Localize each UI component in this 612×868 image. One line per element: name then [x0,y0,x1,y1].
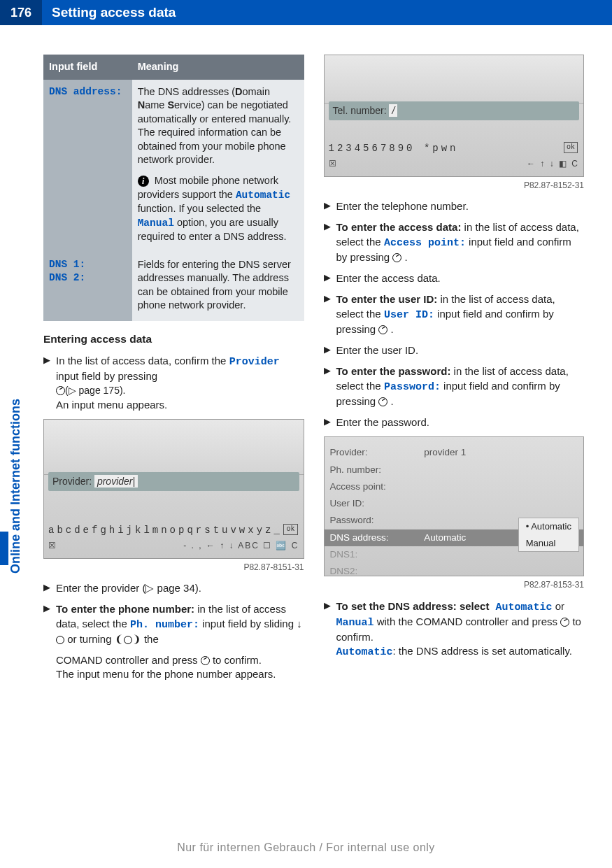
controller-press-icon [378,325,387,334]
paragraph-continuation: COMAND controller and press to confirm. … [56,653,304,682]
controller-press-icon [392,253,401,262]
step-item: ▶ To set the DNS address: select Automat… [324,599,585,660]
image-caption: P82.87-8151-31 [43,562,304,573]
table-cell-field: DNS 1: DNS 2: [43,252,132,321]
side-section-label: Online and Internet functions [7,399,24,574]
step-item: ▶ Enter the password. [324,415,585,429]
page-title: Setting access data [42,3,176,22]
step-item: ▶ To enter the phone number: in the list… [43,602,304,646]
step-item: ▶ Enter the access data. [324,271,585,285]
step-item: ▶ To enter the user ID: in the list of a… [324,292,585,336]
step-item: ▶ Enter the telephone number. [324,199,585,213]
subheading-entering-access-data: Entering access data [43,332,304,347]
page-number: 176 [0,0,42,25]
table-row: DNS 1: DNS 2: Fields for entering the DN… [43,252,304,321]
input-field-table: Input field Meaning DNS address: The DNS… [43,55,304,321]
step-item: ▶ Enter the user ID. [324,343,585,357]
table-header-input-field: Input field [43,55,132,80]
image-caption: P82.87-8153-31 [324,579,585,590]
step-item: ▶ Enter the provider (▷ page 34). [43,581,304,595]
table-header-meaning: Meaning [132,55,304,80]
footer-internal-use: Nur für internen Gebrauch / For internal… [0,840,612,855]
step-item: ▶ To enter the access data: in the list … [324,220,585,264]
table-cell-meaning: Fields for entering the DNS server addre… [132,252,304,321]
step-item: ▶ In the list of access data, confirm th… [43,354,304,412]
screenshot-telnumber-input: Tel. number: / 1234567890 *pwn ok ☒ ← ↑ … [324,55,585,177]
table-cell-meaning: The DNS addresses (Domain Name Service) … [132,80,304,252]
screenshot-provider-input: Provider: provider| abcdefghijklmnopqrst… [43,419,304,559]
image-caption: P82.87-8152-31 [324,180,585,191]
controller-slide-icon [56,636,64,644]
screenshot-access-data-list: Provider:provider 1 Ph. number: Access p… [324,436,585,576]
header-band: 176 Setting access data [0,0,612,25]
controller-turn-icon [124,636,132,644]
controller-press-icon [560,618,569,627]
step-item: ▶ To enter the password: in the list of … [324,364,585,408]
table-row: DNS address: The DNS addresses (Domain N… [43,80,304,252]
controller-press-icon [378,397,387,406]
controller-press-icon [56,386,65,395]
controller-press-icon [201,656,210,665]
table-cell-field: DNS address: [43,80,132,252]
info-icon: i [138,176,149,187]
